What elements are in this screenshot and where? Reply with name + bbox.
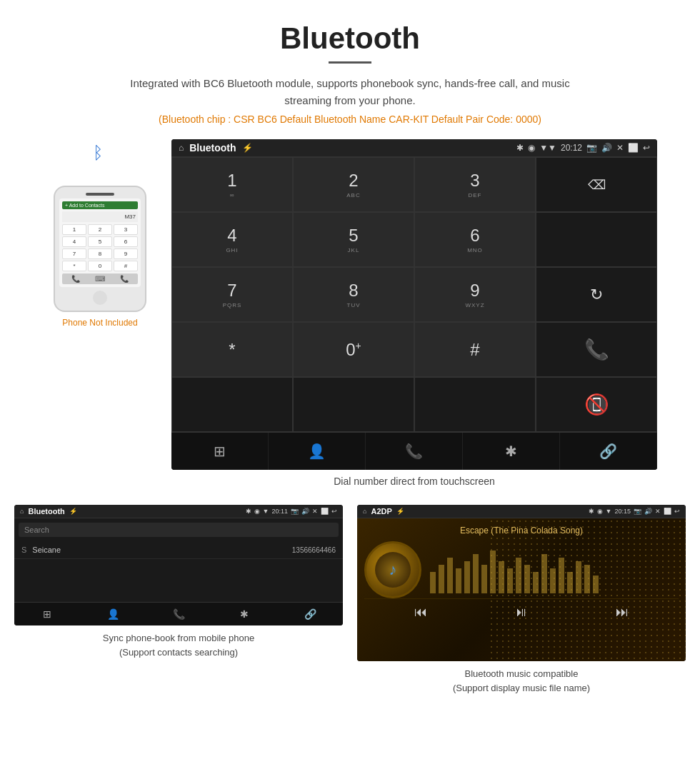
dial-backspace[interactable]: ⌫ bbox=[536, 157, 657, 212]
nav-link[interactable]: 🔗 bbox=[560, 433, 657, 470]
pb-nav-apps[interactable]: ⊞ bbox=[14, 608, 80, 620]
svg-rect-14 bbox=[550, 568, 556, 593]
dial-empty-4 bbox=[414, 377, 536, 432]
dial-key-9[interactable]: 9WXYZ bbox=[414, 267, 536, 322]
ms-usb-icon: ⚡ bbox=[396, 508, 404, 515]
dial-call-green[interactable]: 📞 bbox=[536, 322, 657, 377]
ms-close-icon[interactable]: ✕ bbox=[655, 508, 661, 515]
dial-key-5[interactable]: 5JKL bbox=[293, 212, 414, 267]
prev-button[interactable]: ⏮ bbox=[414, 605, 427, 620]
phonebook-caption: Sync phone-book from mobile phone (Suppo… bbox=[103, 631, 254, 659]
pb-nav-phone[interactable]: 📞 bbox=[146, 608, 211, 620]
ms-title: A2DP bbox=[371, 507, 391, 516]
dial-refresh[interactable]: ↻ bbox=[536, 267, 657, 322]
svg-rect-12 bbox=[533, 572, 539, 593]
svg-rect-6 bbox=[481, 565, 487, 593]
close-icon[interactable]: ✕ bbox=[616, 143, 624, 153]
dialpad-grid: 1∞ 2ABC 3DEF ⌫ 4GHI 5JKL 6MNO 7PQRS 8TUV… bbox=[171, 157, 657, 432]
ms-window-icon[interactable]: ⬜ bbox=[664, 508, 671, 515]
search-placeholder: Search bbox=[24, 526, 49, 534]
home-icon[interactable]: ⌂ bbox=[179, 143, 184, 153]
phone-screen: + Add to Contacts M37 123 456 789 *0# 📞 … bbox=[59, 198, 141, 287]
music-screen-container: ⌂ A2DP ⚡ ✱ ◉ ▼ 20:15 📷 🔊 ✕ ⬜ ↩ bbox=[357, 505, 686, 661]
pb-volume-icon[interactable]: 🔊 bbox=[301, 508, 309, 515]
pb-bt-icon: ✱ bbox=[246, 508, 251, 515]
nav-phone[interactable]: 📞 bbox=[366, 433, 463, 470]
play-pause-button[interactable]: ⏯ bbox=[515, 605, 528, 620]
dial-key-3[interactable]: 3DEF bbox=[414, 157, 536, 212]
svg-rect-0 bbox=[430, 572, 436, 593]
svg-rect-9 bbox=[507, 568, 513, 593]
ms-signal-icon: ▼ bbox=[606, 508, 612, 515]
bottom-screenshots: ⌂ Bluetooth ⚡ ✱ ◉ ▼ 20:11 📷 🔊 ✕ ⬜ ↩ bbox=[0, 494, 700, 705]
dial-empty-3 bbox=[293, 377, 414, 432]
svg-rect-3 bbox=[456, 568, 461, 593]
dial-key-0[interactable]: 0+ bbox=[293, 322, 414, 377]
signal-icon: ▼▼ bbox=[539, 143, 556, 153]
dial-key-4[interactable]: 4GHI bbox=[171, 212, 293, 267]
next-button[interactable]: ⏭ bbox=[616, 605, 629, 620]
music-controls: ⏮ ⏯ ⏭ bbox=[364, 598, 679, 625]
music-note-icon: ♪ bbox=[389, 561, 397, 579]
back-icon[interactable]: ↩ bbox=[643, 143, 650, 153]
dial-key-7[interactable]: 7PQRS bbox=[171, 267, 293, 322]
volume-icon[interactable]: 🔊 bbox=[601, 143, 612, 153]
svg-rect-5 bbox=[473, 554, 479, 593]
music-main-content: ♪ bbox=[364, 541, 679, 598]
music-statusbar: ⌂ A2DP ⚡ ✱ ◉ ▼ 20:15 📷 🔊 ✕ ⬜ ↩ bbox=[357, 505, 686, 518]
music-screenshot: ⌂ A2DP ⚡ ✱ ◉ ▼ 20:15 📷 🔊 ✕ ⬜ ↩ bbox=[357, 505, 686, 695]
pb-home-icon[interactable]: ⌂ bbox=[20, 508, 24, 515]
equalizer-bars bbox=[430, 543, 601, 593]
ms-volume-icon[interactable]: 🔊 bbox=[644, 508, 652, 515]
car-dial-section: ⌂ Bluetooth ⚡ ✱ ◉ ▼▼ 20:12 📷 🔊 ✕ ⬜ ↩ bbox=[171, 139, 657, 487]
contact-name: Seicane bbox=[32, 546, 291, 554]
bt-icon: ✱ bbox=[516, 143, 524, 153]
dial-key-star[interactable]: * bbox=[171, 322, 293, 377]
music-content-area: Escape (The Pina Colada Song) ♪ bbox=[357, 518, 686, 661]
pb-nav-link[interactable]: 🔗 bbox=[277, 608, 343, 620]
dial-empty-1 bbox=[536, 212, 657, 267]
search-bar[interactable]: Search bbox=[19, 523, 339, 537]
contact-row[interactable]: S Seicane 13566664466 bbox=[14, 541, 343, 559]
svg-rect-10 bbox=[516, 558, 521, 593]
pb-camera-icon[interactable]: 📷 bbox=[291, 508, 299, 515]
pb-nav-contacts[interactable]: 👤 bbox=[80, 608, 146, 620]
location-icon: ◉ bbox=[528, 143, 535, 153]
pb-back-icon[interactable]: ↩ bbox=[331, 508, 337, 515]
nav-contacts[interactable]: 👤 bbox=[269, 433, 366, 470]
contact-letter: S bbox=[21, 546, 26, 554]
pb-time: 20:11 bbox=[271, 508, 288, 515]
ms-home-icon[interactable]: ⌂ bbox=[363, 508, 366, 515]
pb-close-icon[interactable]: ✕ bbox=[312, 508, 318, 515]
dial-key-1[interactable]: 1∞ bbox=[171, 157, 293, 212]
dial-key-2[interactable]: 2ABC bbox=[293, 157, 414, 212]
car-dial-screen: ⌂ Bluetooth ⚡ ✱ ◉ ▼▼ 20:12 📷 🔊 ✕ ⬜ ↩ bbox=[171, 139, 657, 470]
ms-back-icon[interactable]: ↩ bbox=[674, 508, 680, 515]
svg-rect-8 bbox=[499, 561, 504, 593]
window-icon[interactable]: ⬜ bbox=[628, 143, 639, 153]
svg-rect-19 bbox=[593, 576, 599, 593]
pb-nav-bt[interactable]: ✱ bbox=[211, 608, 277, 620]
contacts-empty-area bbox=[14, 559, 343, 602]
pb-window-icon[interactable]: ⬜ bbox=[321, 508, 329, 515]
phone-keypad: 123 456 789 *0# bbox=[62, 224, 138, 271]
camera-icon[interactable]: 📷 bbox=[586, 143, 597, 153]
ms-camera-icon[interactable]: 📷 bbox=[634, 508, 641, 515]
bluetooth-signal-graphic: ᛒ bbox=[71, 139, 129, 182]
phone-not-included: Phone Not Included bbox=[62, 318, 137, 328]
usb-icon: ⚡ bbox=[242, 143, 253, 153]
title-underline bbox=[329, 61, 371, 64]
nav-bluetooth[interactable]: ✱ bbox=[463, 433, 560, 470]
svg-rect-7 bbox=[490, 551, 496, 593]
dial-call-red[interactable]: 📵 bbox=[536, 377, 657, 432]
bluetooth-icon-large: ᛒ bbox=[93, 143, 103, 163]
phone-bottom-bar: 📞 ⌨ 📞 bbox=[62, 273, 138, 284]
dial-key-6[interactable]: 6MNO bbox=[414, 212, 536, 267]
svg-rect-13 bbox=[541, 554, 547, 593]
pb-signal-icon: ▼ bbox=[263, 508, 269, 515]
dial-key-8[interactable]: 8TUV bbox=[293, 267, 414, 322]
dial-key-hash[interactable]: # bbox=[414, 322, 536, 377]
pb-title: Bluetooth bbox=[28, 507, 64, 516]
svg-rect-15 bbox=[559, 558, 564, 593]
nav-apps[interactable]: ⊞ bbox=[171, 433, 269, 470]
